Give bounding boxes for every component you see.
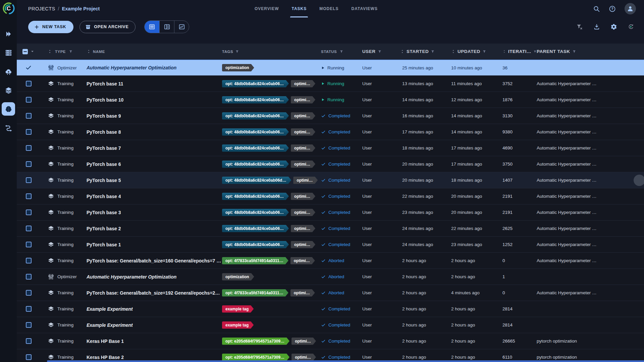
task-name[interactable]: PyTorch base 10	[87, 97, 123, 103]
tag-chip[interactable]: opt: 48db0b8a6c824ce0ab06…	[222, 144, 289, 152]
row-checkbox[interactable]	[26, 338, 32, 344]
sidebar-item-datasets[interactable]	[2, 83, 15, 97]
row-checkbox[interactable]	[26, 226, 32, 231]
select-all-checkbox[interactable]	[22, 49, 28, 54]
tag-chip[interactable]: opt: e205d684f7954571a7309…	[222, 338, 289, 345]
column-header-user[interactable]: USER	[360, 49, 397, 54]
row-checkbox[interactable]	[26, 193, 32, 199]
breadcrumb-projects[interactable]: PROJECTS	[28, 6, 55, 11]
task-name[interactable]: Automatic Hyperparameter Optimization	[87, 274, 176, 280]
tag-chip[interactable]: optimi…	[291, 209, 315, 216]
table-row[interactable]: TrainingPyTorch base 1opt: 48db0b8a6c824…	[17, 237, 644, 253]
task-name[interactable]: PyTorch base 1	[87, 242, 121, 247]
column-header-parent[interactable]: PARENT TASK	[537, 49, 644, 54]
tag-chip[interactable]: opt: e205d684f7954571a7309…	[222, 354, 289, 361]
table-row[interactable]: TrainingPyTorch base 9opt: 48db0b8a6c824…	[17, 108, 644, 124]
task-name[interactable]: PyTorch base 2	[87, 226, 121, 231]
column-header-started[interactable]: STARTED	[397, 49, 448, 54]
table-row[interactable]: TrainingPyTorch base: General/batch_size…	[17, 285, 644, 301]
column-header-tags[interactable]: TAGS	[221, 50, 320, 54]
table-row[interactable]: TrainingPyTorch base: General/batch_size…	[17, 253, 644, 269]
tag-chip[interactable]: optimi…	[291, 241, 315, 248]
row-checkbox[interactable]	[26, 258, 32, 263]
row-checkbox[interactable]	[26, 161, 32, 167]
horizontal-scrollbar-thumb[interactable]	[47, 360, 644, 362]
tag-chip[interactable]: example tag	[222, 321, 254, 329]
clearml-logo-icon[interactable]: C	[2, 2, 15, 15]
table-row[interactable]: OptimizerAutomatic Hyperparameter Optimi…	[17, 269, 644, 285]
tag-chip[interactable]: optimi…	[291, 96, 315, 104]
task-name[interactable]: Automatic Hyperparameter Optimization	[87, 65, 176, 70]
column-header-name[interactable]: NAME	[86, 49, 221, 54]
row-checkbox[interactable]	[26, 177, 32, 183]
split-view-button[interactable]	[159, 21, 174, 33]
tag-chip[interactable]: optimi…	[291, 193, 315, 200]
table-row[interactable]: TrainingKeras HP Base 1opt: e205d684f795…	[17, 333, 644, 349]
profile-button[interactable]	[625, 3, 636, 14]
tag-chip[interactable]: optimi…	[291, 112, 315, 120]
row-checkbox[interactable]	[26, 145, 32, 151]
vertical-scrollbar-thumb[interactable]	[634, 175, 644, 186]
tag-chip[interactable]: opt: 48db0b8a6c824ce0ab06d…	[222, 177, 291, 184]
tag-chip[interactable]: optimi…	[291, 144, 315, 152]
tag-chip[interactable]: optimization	[222, 273, 254, 281]
tag-chip[interactable]: optimi…	[291, 225, 315, 232]
sidebar-item-cloud-autoscalers[interactable]	[2, 65, 15, 78]
table-row[interactable]: TrainingPyTorch base 5opt: 48db0b8a6c824…	[17, 172, 644, 188]
tag-chip[interactable]: optimi…	[291, 161, 315, 168]
tag-chip[interactable]: optimi…	[291, 354, 316, 361]
task-name[interactable]: PyTorch base 5	[87, 178, 121, 183]
table-row[interactable]: TrainingPyTorch base 2opt: 48db0b8a6c824…	[17, 221, 644, 237]
download-csv-button[interactable]	[593, 23, 600, 30]
table-row[interactable]: TrainingPyTorch base 10opt: 48db0b8a6c82…	[17, 92, 644, 108]
sidebar-item-pipelines[interactable]	[2, 121, 15, 134]
task-name[interactable]: Example Experiment	[87, 322, 133, 328]
row-checkbox[interactable]	[26, 354, 32, 360]
tab-dataviews[interactable]: DATAVIEWS	[352, 0, 378, 17]
tab-overview[interactable]: OVERVIEW	[255, 0, 279, 17]
auto-refresh-button[interactable]	[628, 23, 634, 30]
tag-chip[interactable]: opt: 4f7833ca5fd74914a0311…	[222, 257, 288, 264]
sidebar-item-workers-queues[interactable]	[2, 46, 15, 59]
table-row[interactable]: TrainingPyTorch base 7opt: 48db0b8a6c824…	[17, 140, 644, 156]
sidebar-item-getting-started[interactable]	[2, 27, 15, 41]
task-name[interactable]: PyTorch base 4	[87, 194, 121, 199]
row-checkbox[interactable]	[25, 64, 32, 71]
task-name[interactable]: PyTorch base 9	[87, 113, 121, 119]
table-row[interactable]: TrainingExample Experimentexample tagCom…	[17, 301, 644, 317]
tag-chip[interactable]: opt: 48db0b8a6c824ce0ab06…	[222, 80, 289, 87]
tag-chip[interactable]: optimization	[222, 64, 254, 71]
task-name[interactable]: PyTorch base: General/batch_size=192 Gen…	[87, 290, 221, 296]
tag-chip[interactable]: opt: 48db0b8a6c824ce0ab06…	[222, 225, 289, 232]
column-header-status[interactable]: STATUS	[320, 50, 360, 54]
row-checkbox[interactable]	[26, 97, 32, 103]
chart-view-button[interactable]	[174, 21, 189, 33]
task-name[interactable]: Keras HP Base 2	[87, 355, 124, 360]
tab-tasks[interactable]: TASKS	[291, 0, 307, 17]
task-name[interactable]: PyTorch base 11	[87, 81, 123, 86]
new-task-button[interactable]: NEW TASK	[28, 21, 73, 33]
column-header-type[interactable]: TYPE	[40, 49, 86, 54]
tag-chip[interactable]: opt: 4f7833ca5fd74914a0311…	[222, 289, 288, 297]
tag-chip[interactable]: opt: 48db0b8a6c824ce0ab06…	[222, 209, 289, 216]
tag-chip[interactable]: optimi…	[291, 128, 315, 136]
row-checkbox[interactable]	[26, 242, 32, 247]
task-name[interactable]: PyTorch base: General/batch_size=160 Gen…	[87, 258, 221, 263]
table-row[interactable]: TrainingPyTorch base 4opt: 48db0b8a6c824…	[17, 188, 644, 204]
sidebar-item-projects[interactable]	[2, 102, 15, 116]
settings-button[interactable]	[610, 23, 617, 30]
tag-chip[interactable]: opt: 48db0b8a6c824ce0ab06…	[222, 193, 289, 200]
table-row[interactable]: OptimizerAutomatic Hyperparameter Optimi…	[17, 60, 644, 76]
task-name[interactable]: PyTorch base 3	[87, 210, 121, 215]
row-checkbox[interactable]	[26, 274, 32, 280]
row-checkbox[interactable]	[26, 322, 32, 328]
tag-chip[interactable]: opt: 48db0b8a6c824ce0ab06…	[222, 112, 289, 120]
tag-chip[interactable]: optimi…	[291, 338, 316, 345]
tab-models[interactable]: MODELS	[319, 0, 338, 17]
open-archive-button[interactable]: OPEN ARCHIVE	[79, 21, 136, 33]
tag-chip[interactable]: opt: 48db0b8a6c824ce0ab06…	[222, 161, 289, 168]
search-button[interactable]	[593, 5, 600, 12]
row-checkbox[interactable]	[26, 81, 32, 86]
table-view-button[interactable]	[145, 21, 159, 33]
column-header-updated[interactable]: UPDATED	[448, 49, 500, 54]
